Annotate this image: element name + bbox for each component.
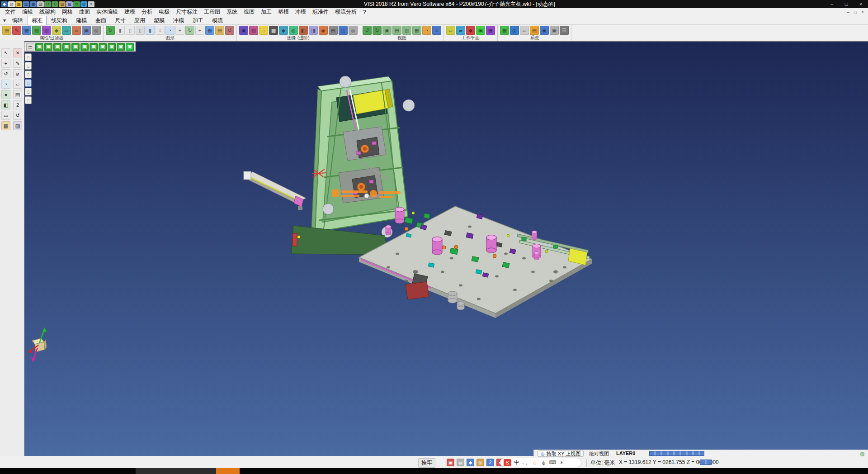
- dynamic-view-icon[interactable]: ▣: [126, 43, 134, 51]
- plane-filter-icon[interactable]: ▱: [62, 26, 71, 35]
- punctuation-icon[interactable]: ，。: [522, 459, 529, 466]
- menu-item[interactable]: 冲模: [292, 8, 309, 16]
- front-view-icon[interactable]: ▣: [71, 43, 80, 51]
- tab[interactable]: 尺寸: [111, 16, 130, 25]
- left-view-icon[interactable]: ▣: [90, 43, 98, 51]
- sphere-icon[interactable]: ●: [1, 90, 10, 99]
- new-file-icon[interactable]: ▤: [8, 1, 15, 7]
- iso-view-icon[interactable]: ▣: [382, 26, 392, 35]
- menu-item[interactable]: 工程图: [201, 8, 223, 16]
- element-filter-icon[interactable]: ◆: [52, 26, 61, 35]
- qat-dropdown-icon[interactable]: ▾: [88, 1, 94, 7]
- view-menu-icon[interactable]: ☰: [26, 43, 34, 51]
- tab[interactable]: 模流: [208, 16, 227, 25]
- transparency-icon[interactable]: ◨: [309, 26, 318, 35]
- redo-icon[interactable]: ↻: [52, 1, 58, 7]
- tab[interactable]: 编辑: [8, 16, 27, 25]
- bottom-view-icon[interactable]: ▣: [108, 43, 116, 51]
- lighting-icon[interactable]: ☼: [259, 26, 268, 35]
- advanced-settings-icon[interactable]: ◎: [349, 26, 358, 35]
- wire-view-icon[interactable]: ▣: [44, 43, 52, 51]
- properties-icon[interactable]: ▤: [2, 26, 11, 35]
- compare-icon[interactable]: ◫: [339, 26, 348, 35]
- multi-window-icon[interactable]: ▦: [205, 26, 214, 35]
- view-list-icon[interactable]: ▤: [215, 26, 224, 35]
- mic-icon[interactable]: ψ: [540, 459, 547, 466]
- solid-icon[interactable]: ◧: [1, 100, 10, 109]
- drum-icon[interactable]: ▯: [25, 53, 32, 61]
- counter-icon[interactable]: 2: [13, 100, 22, 109]
- pick-mode-toolbar[interactable]: ◎ 拾取 XY 上视图: [538, 450, 584, 457]
- save-icon[interactable]: ▥: [23, 1, 29, 7]
- tab[interactable]: 线架构: [47, 16, 71, 25]
- zoom-all-icon[interactable]: ○: [156, 26, 165, 35]
- workplane-3point-icon[interactable]: ◆: [466, 26, 475, 35]
- zoom-fit-icon[interactable]: ○: [432, 26, 441, 35]
- maximize-button[interactable]: □: [839, 0, 854, 8]
- menu-item[interactable]: 模流分析: [332, 8, 360, 16]
- tab[interactable]: 加工: [189, 16, 208, 25]
- emoji-icon[interactable]: ☺: [531, 459, 538, 466]
- shaded-view-icon[interactable]: ▣: [35, 43, 43, 51]
- windows-taskbar[interactable]: [0, 468, 868, 474]
- save-all-icon[interactable]: ▦: [30, 1, 37, 7]
- section-view-icon[interactable]: ◧: [299, 26, 308, 35]
- shaded-mode-icon[interactable]: ▮: [116, 26, 125, 35]
- doc-status-icon[interactable]: ▤: [457, 459, 464, 466]
- cad-scene[interactable]: [24, 42, 868, 456]
- filter-settings-icon[interactable]: ◎: [92, 26, 101, 35]
- menu-item[interactable]: 视图: [241, 8, 258, 16]
- zoom-window-icon[interactable]: ◔: [165, 26, 175, 35]
- attribute-brush-icon[interactable]: ✎: [12, 26, 21, 35]
- ortho-icon[interactable]: ▱: [520, 26, 529, 35]
- rotate-icon[interactable]: ↺: [1, 69, 10, 78]
- rotate-view-icon[interactable]: ↻: [185, 26, 194, 35]
- menu-item[interactable]: 系统: [223, 8, 241, 16]
- axonometric-view-icon[interactable]: ▣: [117, 43, 125, 51]
- sogou-logo-icon[interactable]: S: [504, 459, 511, 466]
- refresh-icon[interactable]: ↻: [73, 1, 80, 7]
- menu-item[interactable]: 实体编辑: [93, 8, 121, 16]
- copy-icon[interactable]: ▨: [59, 1, 66, 7]
- delete-icon[interactable]: ✕: [13, 48, 22, 57]
- layer-manager-icon[interactable]: ▤: [530, 26, 539, 35]
- wireframe-mode-icon[interactable]: ▯: [126, 26, 135, 35]
- sheet-icon[interactable]: ▤: [13, 90, 22, 99]
- menu-item[interactable]: 线架构: [36, 8, 59, 16]
- menu-item[interactable]: 塑模: [275, 8, 292, 16]
- menu-item[interactable]: 文件: [2, 8, 19, 16]
- shadow-icon[interactable]: ▩: [269, 26, 278, 35]
- 3d-viewport[interactable]: ☰▣▣▣▣▣▣▣▣▣▣▣ ▯▯▯▯▯▯: [24, 41, 868, 456]
- calculator-icon[interactable]: ▣: [550, 26, 559, 35]
- mask-filter-icon[interactable]: ▣: [82, 26, 91, 35]
- tab[interactable]: 曲面: [91, 16, 110, 25]
- gallery-icon[interactable]: ▤: [329, 26, 338, 35]
- chain-filter-icon[interactable]: ∞: [72, 26, 81, 35]
- eraser-icon[interactable]: ▭: [1, 111, 10, 120]
- orbit-icon[interactable]: ◔: [1, 80, 10, 89]
- texture-icon[interactable]: ▨: [249, 26, 258, 35]
- layer-filter-icon[interactable]: ▧: [42, 26, 51, 35]
- chinese-mode-icon[interactable]: 中: [513, 459, 520, 466]
- iso-view-icon[interactable]: ▣: [53, 43, 61, 51]
- system-status-icon[interactable]: ◍: [860, 450, 864, 457]
- top-view-icon[interactable]: ▣: [62, 43, 71, 51]
- color-filter-icon[interactable]: ▦: [22, 26, 31, 35]
- menu-item[interactable]: ?: [360, 9, 369, 15]
- tab[interactable]: 应用: [130, 16, 149, 25]
- print-icon[interactable]: ▧: [37, 1, 44, 7]
- tab[interactable]: 塑膜: [150, 16, 169, 25]
- line-filter-icon[interactable]: ▨: [32, 26, 41, 35]
- mdi-restore-button[interactable]: □: [852, 8, 859, 16]
- snapshot-icon[interactable]: ◉: [319, 26, 328, 35]
- absolute-view-label[interactable]: 绝对视图: [589, 450, 609, 457]
- menu-item[interactable]: 电极: [156, 8, 173, 16]
- undo-icon[interactable]: ↺: [44, 1, 51, 7]
- view-rotate-icon[interactable]: ◔: [422, 26, 431, 35]
- drum-icon[interactable]: ▯: [25, 88, 32, 95]
- front-view-icon[interactable]: ▥: [402, 26, 411, 35]
- menu-item[interactable]: 加工: [258, 8, 275, 16]
- tool-status-icon[interactable]: ◎: [476, 459, 484, 466]
- pan-icon[interactable]: +: [175, 26, 184, 35]
- lock-label[interactable]: 拴牢: [418, 458, 435, 468]
